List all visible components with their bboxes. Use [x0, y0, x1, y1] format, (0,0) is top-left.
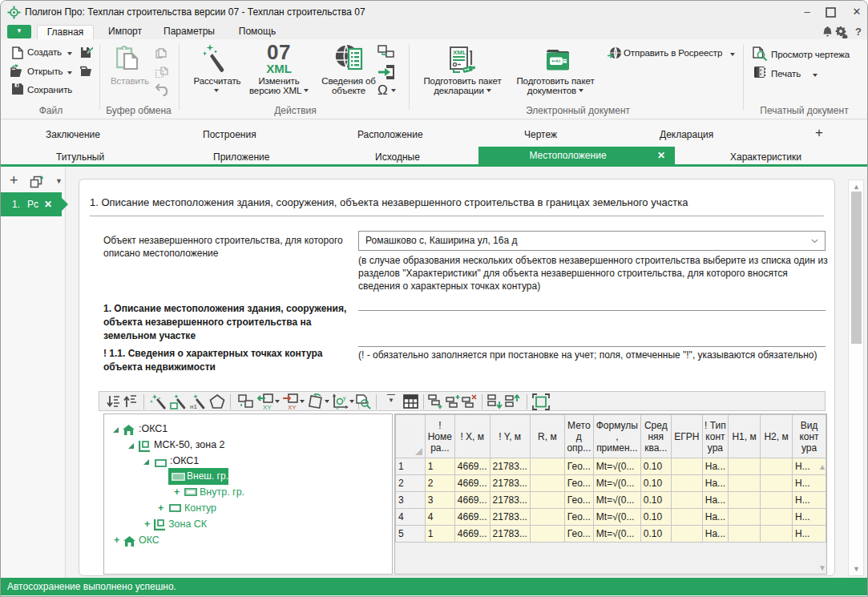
svg-text:XML: XML [453, 49, 466, 56]
svg-text:XY: XY [263, 404, 272, 410]
svg-text:XY: XY [288, 404, 297, 410]
svg-text:y: y [343, 395, 346, 401]
svg-text:x: x [336, 405, 339, 410]
svg-text:н1: н1 [190, 403, 197, 410]
